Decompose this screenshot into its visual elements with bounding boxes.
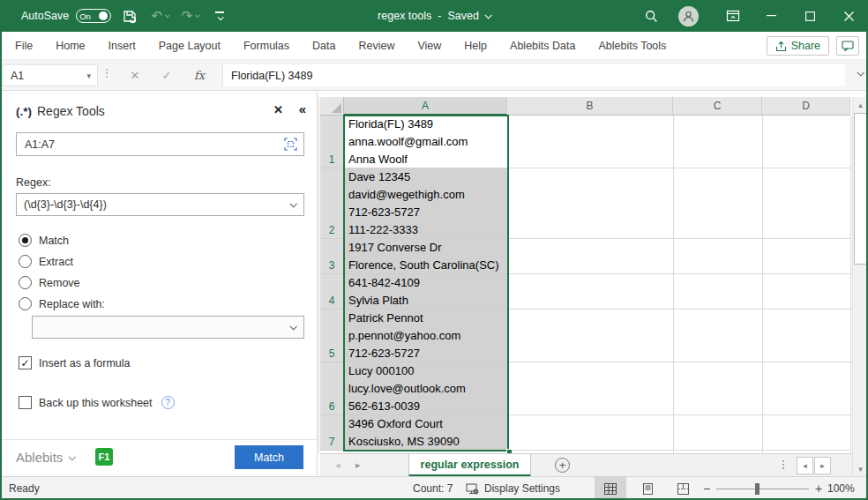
expand-formula-bar-icon[interactable] (857, 69, 864, 76)
backup-checkbox[interactable]: Back up this worksheet ? (19, 396, 175, 409)
tab-bar-options-icon[interactable] (782, 460, 784, 469)
row-header-6[interactable]: 6 (320, 362, 344, 415)
tab-insert[interactable]: Insert (97, 32, 147, 60)
help-icon[interactable]: ? (161, 396, 175, 409)
backup-checkbox-control[interactable] (19, 396, 32, 409)
column-header-d[interactable]: D (762, 97, 850, 116)
cell-a3[interactable]: 1917 Converse Dr Florence, South Carolin… (344, 239, 507, 274)
radio-remove[interactable]: Remove (19, 276, 80, 289)
name-box-value: A1 (4, 70, 86, 82)
redo-icon[interactable]: ↷ (178, 4, 201, 27)
new-sheet-button[interactable]: + (555, 458, 570, 473)
close-button[interactable] (829, 0, 868, 32)
ribbon-display-options-icon[interactable] (722, 4, 745, 27)
column-header-b[interactable]: B (507, 97, 673, 116)
tab-view[interactable]: View (406, 32, 453, 60)
zoom-in-button[interactable]: + (815, 477, 822, 500)
minimize-button[interactable] (752, 0, 790, 32)
page-break-view-button[interactable] (667, 477, 699, 500)
row-header-3[interactable]: 3 (320, 239, 344, 274)
name-box[interactable]: A1 ▾ (3, 64, 98, 86)
sheet-nav-next-icon[interactable]: ▸ (355, 459, 361, 471)
formula-input[interactable]: Florida(FL) 3489 (222, 64, 845, 86)
page-layout-view-button[interactable] (632, 477, 663, 500)
insert-formula-checkbox[interactable]: ✓ Insert as a formula (19, 356, 131, 369)
radio-remove-control[interactable] (19, 276, 32, 289)
row-header-2[interactable]: 2 (320, 168, 344, 239)
replace-combobox[interactable] (32, 316, 304, 339)
sheet-nav-prev-icon[interactable]: ◂ (335, 459, 340, 471)
hscroll-left-icon[interactable]: ◂ (797, 457, 813, 474)
zoom-slider-thumb[interactable] (755, 483, 760, 495)
row-header-4[interactable]: 4 (320, 274, 344, 310)
column-header-c[interactable]: C (673, 97, 762, 116)
radio-match[interactable]: Match (19, 234, 69, 247)
tab-help[interactable]: Help (453, 32, 498, 60)
select-all-corner[interactable] (320, 97, 344, 116)
vertical-scrollbar[interactable]: ▴ ▾ (852, 97, 868, 476)
replace-dropdown-icon[interactable] (289, 323, 296, 330)
cell-a4[interactable]: 641-842-4109 Sylvia Plath (344, 274, 507, 310)
match-button[interactable]: Match (235, 445, 303, 469)
radio-extract[interactable]: Extract (19, 255, 73, 268)
cell-a5[interactable]: Patrick Pennot p.pennot@yahoo.com 712-62… (344, 310, 507, 362)
cancel-icon[interactable]: ✕ (123, 65, 146, 86)
regex-combobox[interactable]: (\d{3}-\d{3}-\d{4}) (16, 193, 304, 216)
zoom-slider-track[interactable] (716, 489, 809, 489)
gridline (508, 273, 851, 274)
ribbon-tab-bar: File Home Insert Page Layout Formulas Da… (0, 32, 868, 60)
pane-close-icon[interactable]: ✕ (273, 103, 283, 116)
cell-a6[interactable]: Lucy 000100 lucy.love@outlook.com 562-61… (344, 362, 507, 415)
tab-ablebits-data[interactable]: Ablebits Data (498, 32, 587, 60)
doc-status[interactable]: Saved (447, 10, 478, 22)
display-settings-button[interactable]: Display Settings (466, 477, 560, 500)
row-header-1[interactable]: 1 (320, 116, 344, 168)
row-header-5[interactable]: 5 (320, 310, 344, 362)
pane-collapse-icon[interactable]: « (299, 101, 306, 116)
share-button[interactable]: Share (767, 36, 829, 56)
formula-bar-drag-handle[interactable] (106, 69, 108, 78)
hscroll-right-icon[interactable]: ▸ (814, 457, 831, 474)
cell-a1[interactable]: Florida(FL) 3489 anna.woolf@gmail.com An… (344, 116, 507, 168)
sheet-tab-regular-expression[interactable]: regular expression (408, 454, 531, 477)
row-header-7[interactable]: 7 (320, 415, 344, 451)
radio-extract-control[interactable] (19, 255, 32, 268)
zoom-level[interactable]: 100% (827, 477, 855, 500)
tab-page-layout[interactable]: Page Layout (147, 32, 232, 60)
f1-help-badge[interactable]: F1 (95, 448, 113, 466)
name-box-dropdown-icon[interactable]: ▾ (86, 71, 97, 80)
save-icon[interactable] (118, 4, 141, 27)
cell-a2[interactable]: Dave 12345 david@wegethigh.com 712-623-5… (344, 168, 507, 239)
search-icon[interactable] (640, 4, 662, 27)
maximize-button[interactable] (790, 0, 829, 32)
autosave-toggle[interactable]: On (76, 9, 111, 23)
regex-dropdown-icon[interactable] (289, 200, 296, 207)
radio-match-control[interactable] (19, 234, 32, 247)
comments-button[interactable] (836, 36, 859, 56)
undo-icon[interactable]: ↶ (148, 4, 171, 27)
tab-data[interactable]: Data (301, 32, 347, 60)
cell-line: Florida(FL) 3489 (348, 116, 507, 133)
range-input[interactable]: A1:A7 (16, 132, 304, 156)
normal-view-button[interactable] (595, 477, 626, 500)
tab-ablebits-tools[interactable]: Ablebits Tools (587, 32, 677, 60)
tab-review[interactable]: Review (347, 32, 406, 60)
insert-formula-checkbox-control[interactable]: ✓ (19, 356, 32, 369)
cell-a7[interactable]: 3496 Oxford Court Kosciusko, MS 39090 (344, 415, 507, 451)
insert-function-icon[interactable]: fx (188, 65, 211, 86)
scroll-down-icon[interactable]: ▾ (853, 461, 868, 476)
scroll-up-icon[interactable]: ▴ (853, 97, 868, 112)
zoom-out-button[interactable]: − (703, 477, 710, 500)
radio-replace-control[interactable] (19, 297, 32, 310)
tab-home[interactable]: Home (44, 32, 96, 60)
ablebits-menu[interactable]: Ablebits (16, 450, 74, 465)
customize-toolbar-icon[interactable] (208, 4, 231, 27)
user-avatar[interactable] (678, 6, 699, 26)
column-header-a[interactable]: A (344, 97, 507, 116)
tab-formulas[interactable]: Formulas (232, 32, 301, 60)
radio-replace[interactable]: Replace with: (19, 297, 105, 310)
select-range-icon[interactable] (284, 138, 297, 151)
vertical-scrollbar-thumb[interactable] (854, 113, 867, 265)
tab-file[interactable]: File (0, 32, 44, 60)
enter-icon[interactable]: ✓ (155, 65, 178, 86)
